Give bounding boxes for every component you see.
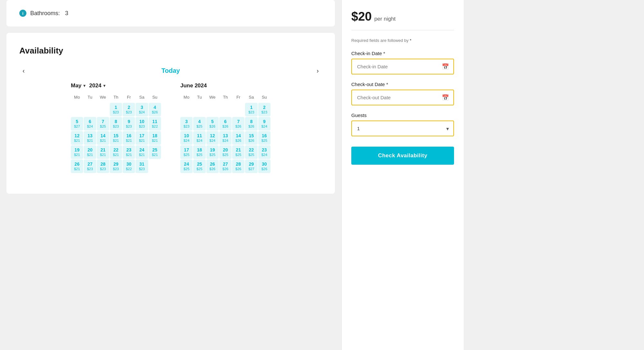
may-year-chevron[interactable]: ▾ xyxy=(103,83,105,88)
cal-cell[interactable]: 14$21 xyxy=(97,131,109,145)
cal-cell[interactable]: 24$21 xyxy=(136,145,148,159)
cal-cell[interactable]: 3$24 xyxy=(136,103,148,116)
may-calendar-header: May ▾ 2024 ▾ xyxy=(71,83,161,89)
cal-cell[interactable]: 23$21 xyxy=(123,145,135,159)
cal-cell[interactable]: 9$23 xyxy=(123,117,135,131)
may-month-label: May xyxy=(71,83,81,89)
availability-card: Availability ‹ Today › May ▾ 2024 ▾ xyxy=(6,33,335,194)
cal-cell[interactable]: 11$22 xyxy=(149,117,161,131)
guests-group: Guests 12345678910 ▾ xyxy=(351,112,454,136)
cal-cell[interactable]: 5$27 xyxy=(71,117,83,131)
cal-cell[interactable]: 14$26 xyxy=(232,131,244,145)
cal-cell[interactable]: 26$21 xyxy=(71,160,83,173)
price-divider xyxy=(351,30,454,30)
cal-cell[interactable]: 22$25 xyxy=(245,145,257,159)
cal-cell[interactable]: 4$25 xyxy=(193,117,205,131)
check-availability-button[interactable]: Check Availability xyxy=(351,147,454,165)
cal-cell[interactable]: 13$21 xyxy=(84,131,96,145)
price-per-night: per night xyxy=(374,16,395,22)
prev-month-button[interactable]: ‹ xyxy=(19,65,28,76)
cal-cell[interactable]: 28$26 xyxy=(232,160,244,173)
cal-cell[interactable]: 26$26 xyxy=(206,160,219,173)
guests-select-wrapper[interactable]: 12345678910 ▾ xyxy=(351,121,454,136)
cal-cell[interactable]: 6$24 xyxy=(84,117,96,131)
checkin-input[interactable] xyxy=(352,59,453,74)
may-month-chevron[interactable]: ▾ xyxy=(83,83,85,88)
cal-cell[interactable]: 30$26 xyxy=(258,160,270,173)
cal-cell[interactable]: 20$25 xyxy=(219,145,232,159)
june-calendar-header: June 2024 xyxy=(180,83,270,89)
cal-cell[interactable]: 10$23 xyxy=(136,117,148,131)
bathrooms-value: 3 xyxy=(65,10,68,17)
cal-cell[interactable]: 13$24 xyxy=(219,131,232,145)
cal-cell[interactable]: 25$21 xyxy=(149,145,161,159)
cal-cell[interactable]: 2$23 xyxy=(258,103,270,116)
cal-cell[interactable]: 25$25 xyxy=(193,160,205,173)
cal-cell[interactable]: 16$21 xyxy=(123,131,135,145)
cal-cell[interactable]: 9$24 xyxy=(258,117,270,131)
cal-cell[interactable]: 18$21 xyxy=(149,131,161,145)
cal-cell[interactable]: 8$26 xyxy=(245,117,257,131)
cal-cell[interactable]: 7$26 xyxy=(232,117,244,131)
next-month-button[interactable]: › xyxy=(313,65,322,76)
june-month-label: June 2024 xyxy=(180,83,207,89)
june-header-tu: Tu xyxy=(193,93,205,102)
cal-cell[interactable]: 20$21 xyxy=(84,145,96,159)
cal-cell[interactable]: 24$25 xyxy=(180,160,193,173)
cal-cell[interactable]: 12$24 xyxy=(206,131,219,145)
cal-cell[interactable]: 2$23 xyxy=(123,103,135,116)
cal-cell[interactable]: 12$21 xyxy=(71,131,83,145)
cal-cell xyxy=(193,103,205,116)
cal-cell xyxy=(180,103,193,116)
checkin-input-wrapper[interactable]: 📅 xyxy=(351,59,454,74)
cal-cell[interactable]: 19$21 xyxy=(71,145,83,159)
cal-cell[interactable]: 11$24 xyxy=(193,131,205,145)
price-amount: $20 xyxy=(351,10,372,24)
cal-cell[interactable]: 28$23 xyxy=(97,160,109,173)
may-header-sa: Sa xyxy=(136,93,148,102)
cal-cell[interactable]: 22$21 xyxy=(110,145,122,159)
checkout-input-wrapper[interactable]: 📅 xyxy=(351,90,454,105)
cal-cell[interactable]: 18$25 xyxy=(193,145,205,159)
guests-select[interactable]: 12345678910 xyxy=(352,121,453,136)
cal-cell[interactable]: 4$26 xyxy=(149,103,161,116)
cal-cell[interactable]: 29$27 xyxy=(245,160,257,173)
cal-cell[interactable]: 30$22 xyxy=(123,160,135,173)
may-grid: Mo Tu We Th Fr Sa Su 1$232$233$244$265$2… xyxy=(71,93,161,178)
cal-cell[interactable]: 8$23 xyxy=(110,117,122,131)
june-calendar: June 2024 Mo Tu We Th Fr Sa Su 1$232$233… xyxy=(180,83,270,178)
cal-cell[interactable]: 5$26 xyxy=(206,117,219,131)
cal-cell[interactable]: 21$21 xyxy=(97,145,109,159)
cal-cell[interactable]: 10$24 xyxy=(180,131,193,145)
cal-cell[interactable]: 15$26 xyxy=(245,131,257,145)
cal-cell xyxy=(219,103,232,116)
checkout-input[interactable] xyxy=(352,90,453,105)
cal-cell[interactable]: 21$25 xyxy=(232,145,244,159)
cal-cell[interactable]: 1$23 xyxy=(245,103,257,116)
checkout-group: Check-out Date * 📅 xyxy=(351,82,454,105)
cal-cell[interactable]: 27$26 xyxy=(219,160,232,173)
cal-cell xyxy=(149,160,161,173)
right-panel: $20 per night Required fields are follow… xyxy=(341,0,464,350)
cal-cell xyxy=(84,103,96,116)
cal-cell xyxy=(71,174,83,178)
may-year-label: 2024 xyxy=(89,83,101,89)
cal-cell[interactable]: 15$21 xyxy=(110,131,122,145)
cal-cell[interactable]: 3$23 xyxy=(180,117,193,131)
june-header-sa: Sa xyxy=(245,93,257,102)
today-button[interactable]: Today xyxy=(161,67,180,74)
cal-cell[interactable]: 17$25 xyxy=(180,145,193,159)
cal-cell[interactable]: 7$25 xyxy=(97,117,109,131)
cal-cell[interactable]: 31$23 xyxy=(136,160,148,173)
cal-cell[interactable]: 27$23 xyxy=(84,160,96,173)
cal-cell xyxy=(232,103,244,116)
cal-cell[interactable]: 1$23 xyxy=(110,103,122,116)
cal-cell[interactable]: 17$21 xyxy=(136,131,148,145)
cal-cell[interactable]: 6$26 xyxy=(219,117,232,131)
cal-cell[interactable]: 23$24 xyxy=(258,145,270,159)
may-header-we: We xyxy=(97,93,109,102)
price-line: $20 per night xyxy=(351,10,454,24)
cal-cell[interactable]: 16$25 xyxy=(258,131,270,145)
cal-cell[interactable]: 19$25 xyxy=(206,145,219,159)
cal-cell[interactable]: 29$23 xyxy=(110,160,122,173)
